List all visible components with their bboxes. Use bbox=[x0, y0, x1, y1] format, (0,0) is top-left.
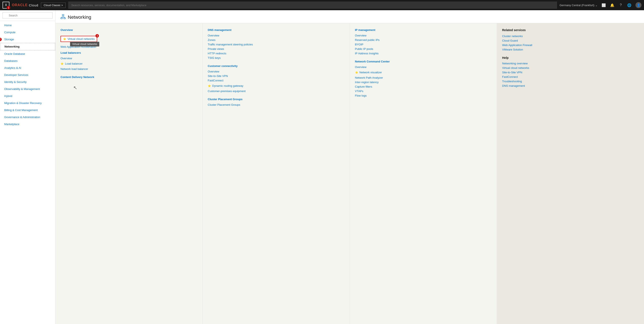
section-title-overview: Overview bbox=[60, 28, 197, 32]
sidebar-item-governance[interactable]: Governance & Administration bbox=[0, 114, 55, 121]
load-balancers-overview-link[interactable]: Overview bbox=[60, 56, 197, 60]
help-site-to-site[interactable]: Site-to-Site VPN bbox=[502, 70, 639, 74]
help-networking-overview[interactable]: Networking overview bbox=[502, 61, 639, 66]
sidebar-search-container: 🔍 bbox=[0, 10, 55, 21]
ncc-path-analyzer-link[interactable]: Network Path Analyzer bbox=[355, 76, 492, 80]
badge-3: 3 bbox=[96, 34, 99, 38]
ip-pools-link[interactable]: Public IP pools bbox=[355, 47, 492, 51]
help-fastconnect[interactable]: FastConnect bbox=[502, 74, 639, 79]
dns-private-views-link[interactable]: Private views bbox=[208, 47, 344, 51]
sidebar-item-home[interactable]: Home bbox=[0, 22, 55, 29]
cc-fastconnect-link[interactable]: FastConnect bbox=[208, 78, 344, 83]
ip-reserved-link[interactable]: Reserved public IPs bbox=[355, 38, 492, 42]
section-title-cluster-placement: Cluster Placement Groups bbox=[208, 98, 344, 101]
sidebar-item-migration[interactable]: Migration & Disaster Recovery bbox=[0, 100, 55, 106]
ip-overview-link[interactable]: Overview bbox=[355, 33, 492, 38]
sidebar-item-analytics-ai[interactable]: Analytics & AI bbox=[0, 64, 55, 72]
cloud-classic-button[interactable]: Cloud Classic > bbox=[41, 2, 66, 8]
top-navigation: X 1 ORACLE Cloud Cloud Classic > Germany… bbox=[0, 0, 644, 10]
region-label: Germany Central (Frankfurt) bbox=[560, 4, 594, 7]
svg-rect-2 bbox=[64, 18, 66, 19]
cc-site-to-site-link[interactable]: Site-to-Site VPN bbox=[208, 74, 344, 78]
section-customer-connectivity: Customer connectivity Overview Site-to-S… bbox=[208, 64, 344, 93]
ip-insights-link[interactable]: IP Address Insights bbox=[355, 51, 492, 56]
section-network-command-center: Network Command Center Overview ⭐ Networ… bbox=[355, 60, 492, 98]
globe-icon[interactable]: 🌐 bbox=[627, 3, 632, 8]
related-waf[interactable]: Web Application Firewall bbox=[502, 43, 639, 47]
section-title-customer-connectivity: Customer connectivity bbox=[208, 64, 344, 68]
section-title-dns: DNS management bbox=[208, 28, 344, 32]
section-ip-management: IP management Overview Reserved public I… bbox=[355, 28, 492, 56]
ncc-flow-logs-link[interactable]: Flow logs bbox=[355, 93, 492, 98]
section-title-load-balancers: Load balancers bbox=[60, 51, 197, 54]
badge-1: 1 bbox=[7, 6, 10, 10]
cc-overview-link[interactable]: Overview bbox=[208, 69, 344, 74]
sidebar-item-identity-security[interactable]: Identity & Security bbox=[0, 78, 55, 86]
sidebar-item-storage[interactable]: Storage 2 bbox=[0, 36, 55, 43]
cloud-classic-label: Cloud Classic > bbox=[44, 4, 63, 7]
menu-col-2: DNS management Overview Zones Traffic ma… bbox=[203, 23, 350, 324]
close-icon: X bbox=[5, 3, 7, 7]
section-overview: Overview bbox=[60, 28, 197, 32]
cloud-label: Cloud bbox=[29, 4, 38, 7]
region-selector[interactable]: Germany Central (Frankfurt) ⌄ bbox=[560, 4, 598, 7]
dns-http-redirects-link[interactable]: HTTP redirects bbox=[208, 51, 344, 56]
console-icon[interactable]: ⬜ bbox=[602, 3, 606, 8]
sidebar-item-marketplace[interactable]: Marketplace bbox=[0, 121, 55, 128]
sidebar-nav: Home Compute Storage 2 Networking Oracle… bbox=[0, 21, 55, 128]
global-search-input[interactable] bbox=[68, 2, 557, 9]
dns-zones-link[interactable]: Zones bbox=[208, 38, 344, 42]
menu-col-1: Overview ⭐ Virtual cloud networks 3 Virt… bbox=[56, 23, 203, 324]
dns-traffic-link[interactable]: Traffic management steering policies bbox=[208, 42, 344, 47]
ncc-visualizer-link[interactable]: ⭐ Network visualizer bbox=[355, 70, 492, 74]
help-icon[interactable]: ? bbox=[618, 3, 623, 8]
sidebar-search-input[interactable] bbox=[2, 12, 53, 18]
sidebar-item-observability[interactable]: Observability & Management bbox=[0, 86, 55, 92]
load-balancer-label: Load balancer bbox=[65, 62, 82, 65]
cdn-link[interactable]: Content Delivery Network bbox=[60, 76, 197, 79]
network-load-balancer-link[interactable]: Network load balancer bbox=[60, 67, 197, 71]
related-cloud-guard[interactable]: Cloud Guard bbox=[502, 38, 639, 43]
section-cluster-placement: Cluster Placement Groups Cluster Placeme… bbox=[208, 98, 344, 107]
related-vmware[interactable]: VMware Solution bbox=[502, 47, 639, 52]
section-help: Help Networking overview Virtual cloud n… bbox=[502, 56, 639, 88]
cc-drg-link[interactable]: ⭐ Dynamic routing gateway bbox=[208, 84, 344, 88]
section-load-balancers: Load balancers Overview ⭐ Load balancer … bbox=[60, 51, 197, 71]
region-chevron: ⌄ bbox=[595, 4, 598, 7]
pin-icon-vcn: ⭐ bbox=[63, 38, 66, 40]
user-avatar[interactable]: 👤 bbox=[636, 2, 642, 8]
sidebar-item-networking[interactable]: Networking bbox=[0, 43, 55, 50]
main-content: Networking Overview ⭐ Virtual cloud netw… bbox=[56, 10, 644, 324]
sidebar-item-hybrid[interactable]: Hybrid bbox=[0, 92, 55, 100]
sidebar-item-compute[interactable]: Compute bbox=[0, 29, 55, 36]
ip-byoip-link[interactable]: BYOIP bbox=[355, 42, 492, 47]
close-button[interactable]: X 1 bbox=[2, 2, 10, 8]
help-dns[interactable]: DNS management bbox=[502, 84, 639, 88]
section-dns: DNS management Overview Zones Traffic ma… bbox=[208, 28, 344, 60]
related-cluster-networks[interactable]: Cluster networks bbox=[502, 34, 639, 38]
sidebar-item-developer-services[interactable]: Developer Services bbox=[0, 72, 55, 78]
help-vcn[interactable]: Virtual cloud networks bbox=[502, 66, 639, 70]
sidebar-item-billing[interactable]: Billing & Cost Management bbox=[0, 106, 55, 114]
sidebar-item-oracle-database[interactable]: Oracle Database bbox=[0, 50, 55, 57]
ncc-overview-link[interactable]: Overview bbox=[355, 65, 492, 69]
sidebar-item-databases[interactable]: Databases bbox=[0, 57, 55, 64]
ncc-vtaps-link[interactable]: VTAPs bbox=[355, 89, 492, 93]
cluster-placement-groups-link[interactable]: Cluster Placement Groups bbox=[208, 102, 344, 107]
dns-tsig-link[interactable]: TSIG keys bbox=[208, 56, 344, 60]
dns-overview-link[interactable]: Overview bbox=[208, 33, 344, 38]
page-title: Networking bbox=[68, 14, 91, 20]
help-troubleshooting[interactable]: Troubleshooting bbox=[502, 79, 639, 84]
virtual-cloud-networks-link[interactable]: ⭐ Virtual cloud networks 3 bbox=[60, 36, 97, 42]
ncc-capture-filters-link[interactable]: Capture filters bbox=[355, 84, 492, 89]
bell-icon[interactable]: 🔔 bbox=[610, 3, 614, 8]
web-app-acceleration-wrap: Web Application Acceleration bbox=[60, 44, 197, 49]
cc-cpe-link[interactable]: Customer-premises equipment bbox=[208, 89, 344, 93]
main-layout: 🔍 Home Compute Storage 2 Networking Orac… bbox=[0, 10, 644, 324]
web-app-acceleration-link[interactable]: Web Application Acceleration bbox=[60, 44, 197, 49]
search-wrap: 🔍 bbox=[2, 12, 53, 18]
ncc-inter-region-link[interactable]: Inter-region latency bbox=[355, 80, 492, 84]
pin-icon-lb: ⭐ bbox=[60, 62, 64, 65]
load-balancer-link[interactable]: ⭐ Load balancer bbox=[60, 62, 197, 66]
badge-2: 2 bbox=[0, 38, 2, 41]
